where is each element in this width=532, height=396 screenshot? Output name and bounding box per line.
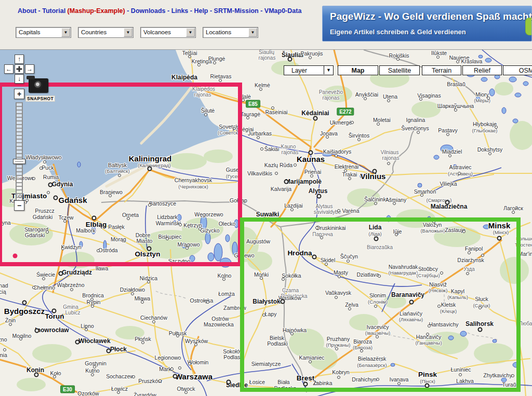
town-marker [317, 194, 322, 199]
town-marker [198, 227, 202, 230]
nav-link-links[interactable]: Links [171, 7, 189, 15]
nav-link-about[interactable]: About [18, 7, 36, 15]
town-marker [141, 341, 144, 344]
map-label: Ašmiany [385, 197, 406, 203]
snapshot-camera-icon[interactable] [29, 78, 48, 93]
town-marker [440, 271, 443, 275]
map-label: Bartoszyce [149, 200, 176, 207]
town-marker [257, 136, 260, 139]
nav-link--mashup-example-[interactable]: (Mashup-Example) [68, 7, 125, 15]
pan-up-button[interactable]: ↑ [15, 54, 24, 64]
zoom-slider-handle[interactable] [13, 159, 25, 164]
town-marker [32, 177, 35, 180]
town-marker [213, 61, 216, 64]
road-badge-e272: E272 [337, 108, 354, 116]
pan-right-button[interactable]: → [25, 64, 34, 74]
road-badge-e30: E30 [60, 386, 75, 393]
dropdown-capitals[interactable]: Capitals▼ [16, 27, 71, 38]
nav-link-help[interactable]: Help [194, 7, 208, 15]
pagewizz-banner[interactable]: PageWizz - Wo Geld verdienen Spaß macht!… [322, 6, 532, 42]
nav-link-downloads[interactable]: Downloads [131, 7, 166, 15]
layer-button-satellite[interactable]: Satellite [379, 65, 420, 75]
dropdown-value: Volcanoes [143, 29, 171, 35]
header: About - Tutorial (Mashup-Example) - Down… [0, 0, 532, 49]
map-label: Jurbarkas [248, 130, 272, 136]
town-marker [188, 362, 191, 365]
town-marker [446, 133, 449, 136]
town-marker [118, 174, 121, 177]
town-marker [132, 375, 135, 378]
pan-center-button[interactable] [15, 64, 24, 74]
map-label: Olecko [219, 221, 236, 227]
map-label: Rypin [87, 299, 101, 305]
zoom-out-button[interactable]: − [14, 200, 24, 211]
town-marker [194, 343, 197, 346]
map-label: Navahrudak [389, 264, 418, 270]
town-marker [260, 277, 263, 280]
map-label: Siemiatycze [251, 361, 281, 367]
map-label: Łosice [249, 379, 265, 385]
map-label: Anykščiai [355, 91, 378, 98]
map-label: Lakhva [456, 378, 474, 384]
town-marker [90, 298, 94, 301]
layer-button-terrain[interactable]: Terrain [422, 65, 461, 75]
town-marker [348, 177, 351, 180]
map-label: Warmiński [156, 220, 181, 226]
town-marker [374, 202, 377, 205]
map-label: (Черняховск) [178, 184, 208, 189]
map-label: Krāslava [461, 58, 483, 64]
chevron-down-icon[interactable]: ▼ [124, 28, 132, 37]
town-marker [92, 216, 97, 221]
map-label: (Глыбокае) [472, 128, 498, 133]
chevron-down-icon[interactable]: ▼ [61, 28, 70, 37]
town-marker [91, 373, 94, 376]
map-canvas[interactable]: TelšiaiŠiauliųrajonasŠiauliaiPakruojisRo… [0, 49, 532, 396]
chevron-down-icon[interactable]: ▼ [248, 28, 257, 37]
dropdown-volcanoes[interactable]: Volcanoes▼ [140, 27, 196, 38]
map-label: Nakło nad [0, 282, 8, 289]
zoom-slider[interactable] [16, 102, 23, 202]
dropdown-countries[interactable]: Countries▼ [78, 27, 134, 38]
map-label: Hrodna [287, 249, 312, 257]
map-label: Sokółka [282, 272, 301, 279]
town-marker [179, 223, 182, 226]
map-label: (Капыль) [447, 294, 468, 300]
map-label: Smarhoń [414, 188, 436, 195]
dropdown-locations[interactable]: Locations▼ [203, 27, 258, 38]
town-marker [271, 106, 274, 110]
chevron-down-icon[interactable]: ▼ [186, 28, 195, 37]
town-marker [487, 97, 490, 100]
layer-dropdown[interactable]: Layer ▼ [284, 65, 334, 75]
town-marker [387, 162, 390, 165]
nav-link-vmap0-data[interactable]: VMap0-Data [264, 7, 302, 15]
map-label: Baltiysk [108, 162, 127, 168]
map-label: (Навагрудак) [389, 270, 418, 276]
layer-button-relief[interactable]: Relief [462, 65, 502, 75]
map-label: Dziatlava [356, 271, 379, 278]
layer-button-map[interactable]: Map [338, 65, 378, 75]
map-label: Kelmė [255, 82, 270, 88]
map-label: Viliejka [440, 181, 457, 187]
map-label: Bydgoszcz [4, 307, 45, 316]
zoom-in-button[interactable]: + [14, 89, 24, 99]
map-label: Gdański [25, 232, 45, 238]
pan-left-button[interactable]: ← [4, 64, 14, 74]
town-marker [454, 108, 457, 112]
town-marker [70, 288, 73, 291]
town-marker [147, 247, 152, 251]
town-marker [260, 147, 263, 151]
map-label: Morąg [111, 236, 126, 242]
town-marker [314, 382, 317, 385]
nav-link-tutorial[interactable]: Tutorial [42, 7, 67, 15]
town-marker [395, 233, 398, 236]
town-marker [374, 237, 379, 241]
town-marker [347, 260, 350, 263]
map-label: Drahichyn [352, 376, 376, 383]
banner-green-button[interactable] [525, 18, 531, 35]
map-label: Biaroza [353, 338, 372, 345]
pan-down-button[interactable]: ↓ [15, 74, 24, 84]
nav-link-srtm-mission[interactable]: SRTM-Mission [214, 7, 259, 15]
layer-button-osm[interactable]: OSM [503, 65, 532, 75]
town-marker [338, 275, 341, 278]
snapshot-label[interactable]: SNAPSHOT [25, 95, 55, 102]
